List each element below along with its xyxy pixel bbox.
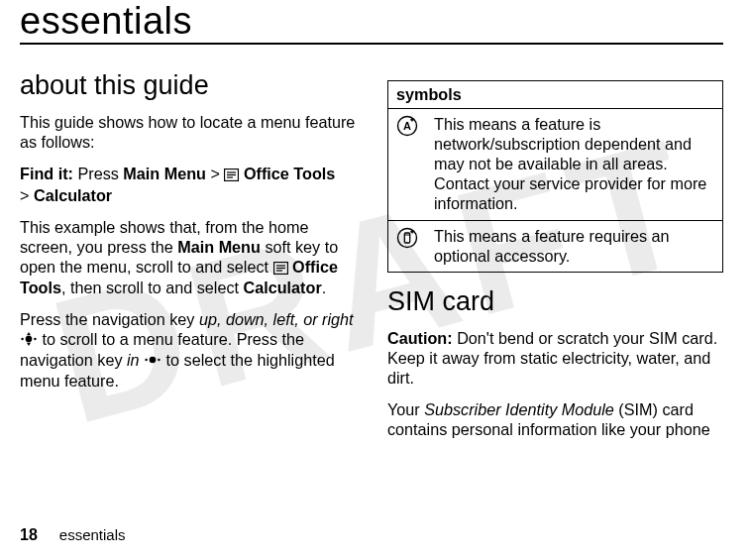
nav-key-center-icon <box>144 352 161 372</box>
example-period: . <box>322 279 327 296</box>
sim-p2-pre: Your <box>387 400 424 418</box>
nav-key-directional-icon <box>20 331 38 351</box>
running-footer: essentials <box>59 526 126 543</box>
nav-pre: Press the navigation key <box>20 310 199 328</box>
svg-text:A: A <box>403 120 411 132</box>
left-column: about this guide This guide shows how to… <box>20 70 356 452</box>
main-menu-text: Main Menu <box>123 165 206 182</box>
find-it-press: Press <box>77 165 118 182</box>
page-number: 18 <box>20 526 38 543</box>
example-mid2: , then scroll to and select <box>61 279 244 296</box>
find-it-label: Find it: <box>20 165 73 182</box>
office-tools-icon-2 <box>273 260 288 280</box>
section-sim-card: SIM card <box>387 286 723 317</box>
table-row: This means a feature requires an optiona… <box>388 220 723 273</box>
svg-point-8 <box>26 336 33 343</box>
table-row: A This means a feature is network/subscr… <box>388 109 723 221</box>
sim-p2-italic: Subscriber Identity Module <box>424 400 614 418</box>
example-paragraph: This example shows that, from the home s… <box>20 218 356 299</box>
svg-marker-9 <box>27 332 31 335</box>
nav-in: in <box>127 351 140 369</box>
right-column: symbols A This means a feature is networ… <box>387 70 723 452</box>
calculator-text-2: Calculator <box>244 279 322 296</box>
caution-label: Caution: <box>387 329 453 347</box>
svg-point-14 <box>146 359 148 361</box>
sim-paragraph-2: Your Subscriber Identity Module (SIM) ca… <box>387 400 723 440</box>
svg-point-11 <box>21 338 23 340</box>
section-about-this-guide: about this guide <box>20 70 356 101</box>
page-content: essentials about this guide This guide s… <box>0 0 751 464</box>
two-column-layout: about this guide This guide shows how to… <box>20 70 723 452</box>
symbols-table: symbols A This means a feature is networ… <box>387 80 723 273</box>
accessory-required-icon <box>388 220 427 273</box>
symbols-header: symbols <box>388 81 723 109</box>
navigation-paragraph: Press the navigation key up, down, left,… <box>20 310 356 391</box>
office-tools-text: Office Tools <box>244 165 335 182</box>
gt-1: > <box>210 165 219 182</box>
gt-2: > <box>20 186 29 204</box>
accessory-required-desc: This means a feature requires an optiona… <box>426 220 723 273</box>
network-dependent-icon: A <box>388 109 427 221</box>
page-footer: 18essentials <box>20 526 126 544</box>
nav-directions: up, down, left, or right <box>199 310 354 328</box>
svg-point-13 <box>150 356 157 363</box>
svg-point-12 <box>34 338 36 340</box>
main-menu-text-2: Main Menu <box>177 238 261 256</box>
office-tools-icon <box>224 167 239 186</box>
calculator-text: Calculator <box>34 186 112 204</box>
svg-point-15 <box>158 359 160 361</box>
chapter-title: essentials <box>20 0 723 45</box>
network-dependent-desc: This means a feature is network/subscrip… <box>426 109 723 221</box>
intro-paragraph: This guide shows how to locate a menu fe… <box>20 113 356 153</box>
svg-marker-10 <box>27 343 31 346</box>
find-it-line: Find it: Press Main Menu > Office Tools … <box>20 165 356 206</box>
caution-paragraph: Caution: Don't bend or scratch your SIM … <box>387 329 723 389</box>
